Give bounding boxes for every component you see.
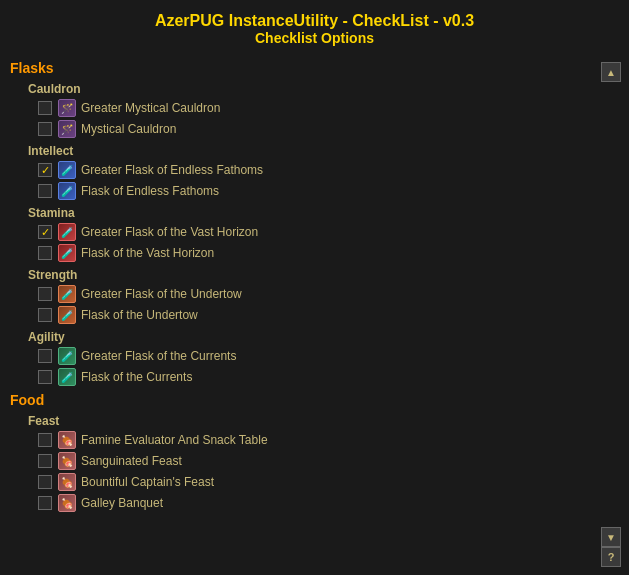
- checkbox-greater-flask-vast-horizon[interactable]: [38, 225, 52, 239]
- app-title: AzerPUG InstanceUtility - CheckList - v0…: [0, 12, 629, 30]
- list-item: 🧪 Flask of the Currents: [38, 368, 619, 386]
- list-item: 🪄 Greater Mystical Cauldron: [38, 99, 619, 117]
- list-item: 🪄 Mystical Cauldron: [38, 120, 619, 138]
- checkbox-greater-mystical-cauldron[interactable]: [38, 101, 52, 115]
- subsection-intellect: Intellect 🧪 Greater Flask of Endless Fat…: [28, 144, 619, 200]
- list-item: 🍖 Famine Evaluator And Snack Table: [38, 431, 619, 449]
- checkbox-galley-banquet[interactable]: [38, 496, 52, 510]
- checkbox-greater-flask-currents[interactable]: [38, 349, 52, 363]
- subsection-feast: Feast 🍖 Famine Evaluator And Snack Table…: [28, 414, 619, 512]
- checkbox-sanguinated-feast[interactable]: [38, 454, 52, 468]
- label-famine-evaluator: Famine Evaluator And Snack Table: [81, 433, 268, 447]
- list-item: 🧪 Greater Flask of the Vast Horizon: [38, 223, 619, 241]
- scroll-up-button[interactable]: ▲: [601, 62, 621, 82]
- subsection-strength: Strength 🧪 Greater Flask of the Undertow…: [28, 268, 619, 324]
- icon-greater-flask-endless-fathoms: 🧪: [58, 161, 76, 179]
- list-item: 🧪 Flask of Endless Fathoms: [38, 182, 619, 200]
- label-greater-flask-endless-fathoms: Greater Flask of Endless Fathoms: [81, 163, 263, 177]
- checkbox-flask-undertow[interactable]: [38, 308, 52, 322]
- icon-galley-banquet: 🍖: [58, 494, 76, 512]
- icon-sanguinated-feast: 🍖: [58, 452, 76, 470]
- subsection-strength-label: Strength: [28, 268, 619, 282]
- label-flask-vast-horizon: Flask of the Vast Horizon: [81, 246, 214, 260]
- icon-flask-vast-horizon: 🧪: [58, 244, 76, 262]
- label-flask-endless-fathoms: Flask of Endless Fathoms: [81, 184, 219, 198]
- content-area: Flasks Cauldron 🪄 Greater Mystical Cauld…: [0, 54, 629, 569]
- label-greater-flask-currents: Greater Flask of the Currents: [81, 349, 236, 363]
- list-item: 🍖 Galley Banquet: [38, 494, 619, 512]
- label-sanguinated-feast: Sanguinated Feast: [81, 454, 182, 468]
- label-flask-currents: Flask of the Currents: [81, 370, 192, 384]
- subsection-cauldron-label: Cauldron: [28, 82, 619, 96]
- checkbox-flask-currents[interactable]: [38, 370, 52, 384]
- subsection-intellect-label: Intellect: [28, 144, 619, 158]
- label-greater-flask-vast-horizon: Greater Flask of the Vast Horizon: [81, 225, 258, 239]
- list-item: 🧪 Greater Flask of the Currents: [38, 347, 619, 365]
- checkbox-greater-flask-endless-fathoms[interactable]: [38, 163, 52, 177]
- checkbox-flask-endless-fathoms[interactable]: [38, 184, 52, 198]
- icon-flask-endless-fathoms: 🧪: [58, 182, 76, 200]
- label-flask-undertow: Flask of the Undertow: [81, 308, 198, 322]
- subsection-agility-label: Agility: [28, 330, 619, 344]
- subsection-stamina: Stamina 🧪 Greater Flask of the Vast Hori…: [28, 206, 619, 262]
- list-item: 🧪 Greater Flask of Endless Fathoms: [38, 161, 619, 179]
- checkbox-mystical-cauldron[interactable]: [38, 122, 52, 136]
- app-window: AzerPUG InstanceUtility - CheckList - v0…: [0, 0, 629, 569]
- section-flasks: Flasks: [10, 60, 619, 76]
- scroll-down-button[interactable]: ▼: [601, 527, 621, 547]
- list-item: 🧪 Flask of the Undertow: [38, 306, 619, 324]
- subsection-stamina-label: Stamina: [28, 206, 619, 220]
- checkbox-greater-flask-undertow[interactable]: [38, 287, 52, 301]
- label-greater-flask-undertow: Greater Flask of the Undertow: [81, 287, 242, 301]
- icon-mystical-cauldron: 🪄: [58, 120, 76, 138]
- icon-flask-undertow: 🧪: [58, 306, 76, 324]
- list-item: 🍖 Bountiful Captain's Feast: [38, 473, 619, 491]
- help-button[interactable]: ?: [601, 547, 621, 567]
- label-greater-mystical-cauldron: Greater Mystical Cauldron: [81, 101, 220, 115]
- icon-famine-evaluator: 🍖: [58, 431, 76, 449]
- icon-greater-mystical-cauldron: 🪄: [58, 99, 76, 117]
- icon-flask-currents: 🧪: [58, 368, 76, 386]
- label-bountiful-captains-feast: Bountiful Captain's Feast: [81, 475, 214, 489]
- checkbox-famine-evaluator[interactable]: [38, 433, 52, 447]
- list-item: 🍖 Sanguinated Feast: [38, 452, 619, 470]
- subsection-agility: Agility 🧪 Greater Flask of the Currents …: [28, 330, 619, 386]
- label-mystical-cauldron: Mystical Cauldron: [81, 122, 176, 136]
- section-food: Food: [10, 392, 619, 408]
- checkbox-flask-vast-horizon[interactable]: [38, 246, 52, 260]
- icon-greater-flask-undertow: 🧪: [58, 285, 76, 303]
- list-item: 🧪 Greater Flask of the Undertow: [38, 285, 619, 303]
- checkbox-bountiful-captains-feast[interactable]: [38, 475, 52, 489]
- icon-greater-flask-vast-horizon: 🧪: [58, 223, 76, 241]
- header: AzerPUG InstanceUtility - CheckList - v0…: [0, 0, 629, 54]
- icon-greater-flask-currents: 🧪: [58, 347, 76, 365]
- label-galley-banquet: Galley Banquet: [81, 496, 163, 510]
- app-subtitle: Checklist Options: [0, 30, 629, 46]
- icon-bountiful-captains-feast: 🍖: [58, 473, 76, 491]
- list-item: 🧪 Flask of the Vast Horizon: [38, 244, 619, 262]
- subsection-feast-label: Feast: [28, 414, 619, 428]
- subsection-cauldron: Cauldron 🪄 Greater Mystical Cauldron 🪄 M…: [28, 82, 619, 138]
